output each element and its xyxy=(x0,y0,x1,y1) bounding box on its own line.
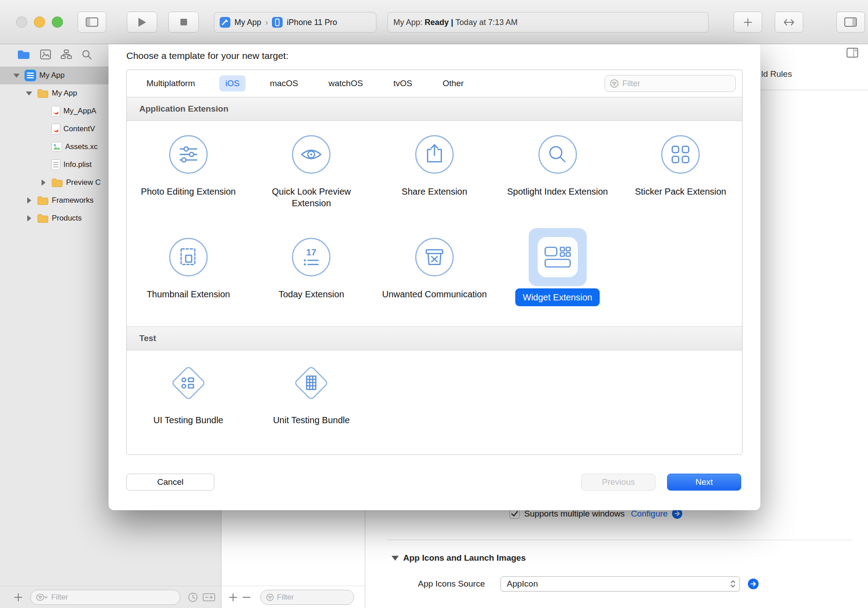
magnifier-icon xyxy=(529,125,587,183)
previous-button[interactable]: Previous xyxy=(581,474,655,491)
navigator-filter-field[interactable] xyxy=(30,590,180,605)
asset-catalog-icon xyxy=(51,142,62,152)
hierarchy-icon xyxy=(61,50,72,59)
xcode-window: My App › iPhone 11 Pro My App: Ready | T… xyxy=(0,0,868,608)
navigator-tab-photos[interactable] xyxy=(40,50,51,59)
tab-macos[interactable]: macOS xyxy=(263,75,304,92)
navigator-tab-search[interactable] xyxy=(82,50,92,60)
tab-build-rules-partial[interactable]: ld Rules xyxy=(761,69,792,79)
test-grid: UI Testing Bundle xyxy=(127,350,742,454)
scheme-selector[interactable]: My App › iPhone 11 Pro xyxy=(214,12,376,33)
template-photo-editing-extension[interactable]: Photo Editing Extension xyxy=(127,121,250,224)
template-spotlight-index-extension[interactable]: Spotlight Index Extension xyxy=(496,121,619,224)
template-today-extension[interactable]: 17 Today Extension xyxy=(250,224,373,326)
tree-label: ContentV xyxy=(63,125,95,133)
status-app-name: My App: xyxy=(393,18,425,27)
outline-bottom-bar xyxy=(222,586,365,608)
sheet-title: Choose a template for your new target: xyxy=(126,50,288,61)
template-label: Thumbnail Extension xyxy=(146,288,230,300)
activity-status-bar[interactable]: My App: Ready | Today at 7:13 AM xyxy=(388,12,709,33)
widget-icon xyxy=(529,228,587,286)
template-label: Spotlight Index Extension xyxy=(507,186,608,197)
stop-button[interactable] xyxy=(168,12,199,33)
traffic-zoom-button[interactable] xyxy=(52,17,63,28)
tab-other[interactable]: Other xyxy=(436,75,470,92)
add-icon[interactable] xyxy=(228,592,238,602)
scheme-device-name: iPhone 11 Pro xyxy=(287,18,337,27)
tree-label: Products xyxy=(52,214,82,223)
outline-filter-field[interactable] xyxy=(260,590,354,605)
template-filter-input[interactable] xyxy=(622,79,730,88)
folder-icon xyxy=(37,214,49,223)
disclosure-open-icon[interactable] xyxy=(12,74,21,78)
traffic-minimize-button[interactable] xyxy=(34,17,45,28)
disclosure-closed-icon[interactable] xyxy=(24,197,34,204)
navigator-tab-hierarchy[interactable] xyxy=(61,50,72,59)
empty-grid-cell xyxy=(496,350,619,454)
disclosure-closed-icon[interactable] xyxy=(38,179,48,186)
template-sticker-pack-extension[interactable]: Sticker Pack Extension xyxy=(619,121,742,224)
folder-icon xyxy=(17,50,30,60)
new-target-template-sheet: Choose a template for your new target: M… xyxy=(108,44,760,510)
cancel-button[interactable]: Cancel xyxy=(126,474,214,491)
device-icon xyxy=(272,17,283,28)
add-editor-icon[interactable] xyxy=(847,48,858,58)
section-disclosure-icon[interactable] xyxy=(392,556,399,561)
empty-grid-cell xyxy=(373,350,496,454)
tab-ios[interactable]: iOS xyxy=(219,75,246,92)
status-state: Ready | xyxy=(425,18,455,27)
thumbnail-icon xyxy=(159,228,217,286)
tab-multiplatform[interactable]: Multiplatform xyxy=(140,75,201,92)
eye-icon xyxy=(282,125,340,183)
recent-files-clock-icon[interactable] xyxy=(188,592,198,603)
tab-watchos[interactable]: watchOS xyxy=(322,75,369,92)
template-label: Unit Testing Bundle xyxy=(273,414,350,426)
tree-label: My App xyxy=(52,89,77,98)
template-ui-testing-bundle[interactable]: UI Testing Bundle xyxy=(127,350,250,454)
section-title: Test xyxy=(139,333,156,343)
template-filter-field[interactable] xyxy=(605,75,736,92)
empty-grid-cell xyxy=(619,224,742,326)
template-unit-testing-bundle[interactable]: Unit Testing Bundle xyxy=(250,350,373,454)
section-divider xyxy=(387,540,852,540)
library-add-button[interactable] xyxy=(734,12,762,33)
tree-label: My App xyxy=(39,71,65,80)
next-button[interactable]: Next xyxy=(667,474,741,491)
status-text: My App: Ready | Today at 7:13 AM xyxy=(393,18,517,27)
folder-icon xyxy=(37,89,49,98)
template-thumbnail-extension[interactable]: Thumbnail Extension xyxy=(127,224,250,326)
tree-label: Info.plist xyxy=(63,160,92,169)
stop-icon xyxy=(180,18,188,26)
disclosure-open-icon[interactable] xyxy=(24,92,34,96)
toggle-left-sidebar-button[interactable] xyxy=(78,12,106,33)
app-icons-section-header: App Icons and Launch Images xyxy=(392,553,526,563)
swift-file-icon xyxy=(51,106,60,117)
toggle-right-inspector-button[interactable] xyxy=(836,12,865,33)
chevron-right-icon: › xyxy=(265,17,268,27)
add-item-icon[interactable] xyxy=(13,592,23,602)
arrow-circle-icon[interactable] xyxy=(748,579,759,589)
status-time: Today at 7:13 AM xyxy=(455,18,517,27)
stepper-chevrons-icon xyxy=(730,579,736,588)
navigator-filter-input[interactable] xyxy=(51,593,175,602)
scm-status-filter-icon[interactable] xyxy=(203,592,215,602)
template-quick-look-preview-extension[interactable]: Quick Look Preview Extension xyxy=(250,121,373,224)
outline-filter-input[interactable] xyxy=(277,593,348,602)
calendar-17-icon: 17 xyxy=(282,228,340,286)
template-unwanted-communication[interactable]: Unwanted Communication xyxy=(373,224,496,326)
run-button[interactable] xyxy=(127,12,157,33)
template-share-extension[interactable]: Share Extension xyxy=(373,121,496,224)
editor-arrows-button[interactable] xyxy=(775,12,803,33)
app-icons-source-dropdown[interactable]: AppIcon xyxy=(501,576,740,591)
filter-icon xyxy=(36,593,48,601)
app-icons-header-label: App Icons and Launch Images xyxy=(403,553,526,563)
template-label: Share Extension xyxy=(402,186,467,197)
navigator-tab-project[interactable] xyxy=(17,50,30,60)
traffic-close-button[interactable] xyxy=(16,17,27,28)
tab-tvos[interactable]: tvOS xyxy=(387,75,418,92)
template-widget-extension[interactable]: Widget Extension xyxy=(496,224,619,326)
disclosure-closed-icon[interactable] xyxy=(24,215,34,221)
blocked-tray-icon xyxy=(405,228,463,286)
back-forward-arrows-icon xyxy=(783,18,795,27)
remove-icon[interactable] xyxy=(242,592,251,602)
